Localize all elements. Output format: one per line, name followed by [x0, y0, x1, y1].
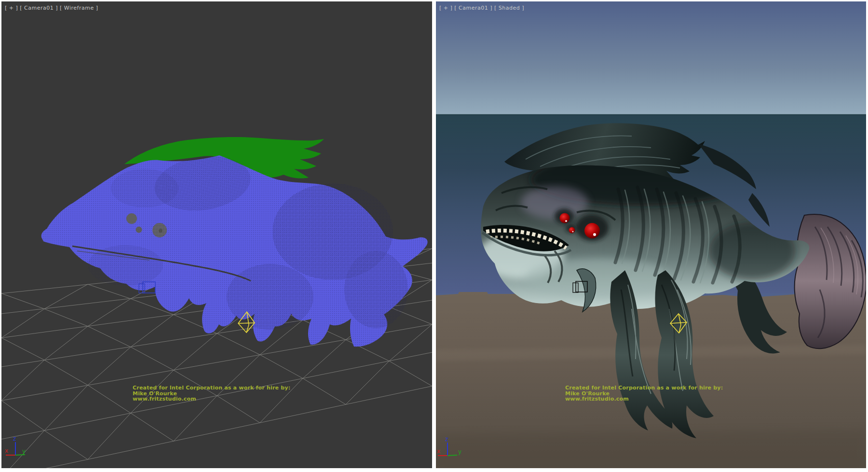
- axis-y-label: y: [458, 448, 461, 455]
- viewport-wireframe[interactable]: x z y [ + ] [ Camera01 ] [ Wireframe ] C…: [1, 1, 432, 468]
- viewport-label-wireframe[interactable]: [ + ] [ Camera01 ] [ Wireframe ]: [5, 5, 98, 11]
- credits-line-1: Created for Intel Corporation as a work …: [133, 385, 290, 391]
- axis-x-label: x: [437, 448, 440, 455]
- credits-line-1: Created for Intel Corporation as a work …: [565, 385, 723, 391]
- fish-eye-spot-large: [126, 213, 137, 224]
- fish-body-wireframe[interactable]: [41, 151, 428, 347]
- axis-tripod: x z y: [5, 435, 26, 455]
- credits-text-wireframe: Created for Intel Corporation as a work …: [133, 385, 290, 402]
- axis-x-label: x: [5, 447, 8, 454]
- viewport-shaded[interactable]: x z y [ + ] [ Camera01 ] [ Shaded ] Crea…: [436, 1, 866, 468]
- credits-line-3: www.fritzstudio.com: [565, 396, 723, 402]
- fish-eye-spot-small: [136, 227, 142, 233]
- axis-y-label: y: [22, 448, 26, 455]
- axis-z-label: z: [445, 436, 448, 443]
- credits-line-3: www.fritzstudio.com: [133, 396, 290, 402]
- sky-backdrop: [436, 1, 866, 114]
- eye-large: [584, 223, 600, 238]
- eye-small: [569, 227, 575, 234]
- viewport-label-shaded[interactable]: [ + ] [ Camera01 ] [ Shaded ]: [439, 5, 524, 11]
- axis-z-label: z: [13, 435, 16, 442]
- eye-medium: [560, 213, 570, 223]
- credits-text-shaded: Created for Intel Corporation as a work …: [565, 385, 723, 402]
